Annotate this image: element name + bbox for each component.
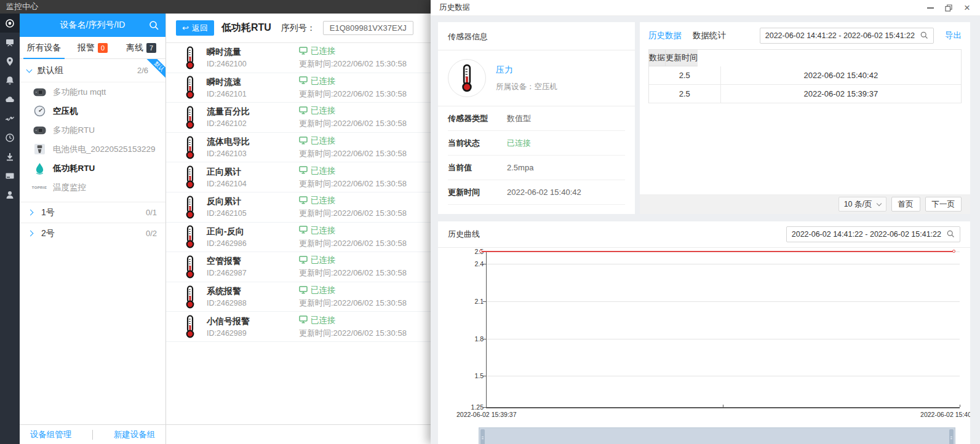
y-axis-line [486, 252, 487, 407]
history-tab[interactable]: 数据统计 [693, 30, 726, 41]
sensor-updated-time: 更新时间:2022/06/02 15:30:58 [299, 298, 407, 309]
device-name: 空压机 [53, 106, 78, 117]
connected-monitor-icon [299, 165, 308, 176]
page-size-select[interactable]: 10 条/页 [839, 197, 886, 212]
connected-monitor-icon [299, 196, 308, 206]
table-body: 2.5 2022-06-02 15:40:42 2.5 2022-06-02 1… [649, 66, 961, 103]
pagination-bar: 10 条/页 首页 下一页 [640, 194, 970, 214]
search-icon[interactable] [148, 20, 159, 31]
info-row: 传感器类型 数值型 [448, 106, 625, 131]
rail-item[interactable] [0, 52, 20, 71]
maximize-button[interactable] [944, 4, 953, 12]
sidebar-tab[interactable]: 离线 7 [117, 37, 165, 58]
sidebar-tab[interactable]: 报警 0 [68, 37, 117, 58]
tab-label: 所有设备 [27, 42, 62, 54]
sensor-row[interactable]: 小信号报警 ID:2462989 已连接 更新时间:2022/06/02 15:… [166, 312, 432, 342]
history-line-chart: 2.52.42.11.81.51.252022-06-02 15:39:3720… [438, 248, 970, 444]
device-item[interactable]: 多功能RTU [20, 121, 165, 140]
close-icon[interactable]: × [963, 4, 971, 12]
rail-item[interactable] [0, 147, 20, 166]
data-point-marker [479, 250, 482, 253]
device-item[interactable]: 多功能rtu mqtt [20, 82, 165, 101]
curve-date-range-picker[interactable]: 2022-06-02 14:41:22 - 2022-06-02 15:41:2… [786, 226, 960, 242]
first-page-button[interactable]: 首页 [891, 197, 920, 212]
sensor-row[interactable]: 流体电导比 ID:2462103 已连接 更新时间:2022/06/02 15:… [166, 133, 432, 163]
thermometer-icon [185, 165, 197, 189]
rail-item[interactable] [0, 185, 20, 204]
device-name: 电池供电_20220525153229 [53, 144, 156, 155]
history-tabs: 历史数据 数据统计 [648, 30, 726, 41]
sensor-row[interactable]: 反向累计 ID:2462105 已连接 更新时间:2022/06/02 15:3… [166, 192, 432, 223]
sensor-id: ID:2462102 [207, 119, 299, 128]
sensor-name-link[interactable]: 压力 [496, 65, 557, 76]
connected-monitor-icon [299, 315, 308, 325]
rail-item[interactable] [0, 166, 20, 185]
device-item[interactable]: 空压机 [20, 101, 165, 121]
export-button[interactable]: 导出 [945, 30, 962, 41]
subgroup-count: 0/2 [146, 229, 157, 238]
tab-label: 报警 [78, 42, 95, 54]
rail-item[interactable] [0, 90, 20, 109]
create-group-button[interactable]: 新建设备组 [114, 429, 156, 440]
rail-item[interactable] [0, 71, 20, 90]
device-item[interactable]: 低功耗RTU [20, 159, 165, 178]
chevron-right-icon [28, 210, 34, 216]
sensor-row[interactable]: 系统报警 ID:2462988 已连接 更新时间:2022/06/02 15:3… [166, 282, 432, 312]
history-tab[interactable]: 历史数据 [648, 30, 682, 41]
thermometer-icon [185, 106, 197, 129]
subgroup-label: 2号 [41, 228, 55, 239]
sensor-status: 已连接 [299, 165, 407, 176]
back-button[interactable]: ↩ 返回 [176, 20, 214, 36]
device-subgroup[interactable]: 1号 0/1 [20, 202, 165, 223]
x-label-end: 2022-06-02 15:40 [920, 411, 970, 418]
y-tick-label: 2.1 [458, 298, 484, 305]
search-icon[interactable] [920, 31, 928, 41]
device-subgroup[interactable]: 2号 0/2 [20, 223, 165, 244]
device-item[interactable]: TOPRIE 温度监控 [20, 178, 165, 197]
device-search-bar[interactable]: 设备名/序列号/ID [20, 14, 165, 37]
device-item[interactable]: 电池供电_20220525153229 [20, 140, 165, 159]
sensor-name: 流量百分比 [207, 106, 299, 117]
sensor-row[interactable]: 正向累计 ID:2462104 已连接 更新时间:2022/06/02 15:3… [166, 162, 432, 192]
rail-item[interactable] [0, 14, 20, 33]
thermometer-icon [185, 76, 197, 99]
y-tick-label: 1.25 [458, 403, 484, 411]
rail-item[interactable] [0, 128, 20, 147]
sensor-row[interactable]: 瞬时流速 ID:2462101 已连接 更新时间:2022/06/02 15:3… [166, 73, 432, 103]
thermometer-icon [185, 225, 197, 248]
x-tick [723, 405, 723, 407]
dialog-titlebar[interactable]: 历史数据 × [431, 0, 980, 16]
minimize-button[interactable] [926, 4, 934, 12]
sensor-row[interactable]: 流量百分比 ID:2462102 已连接 更新时间:2022/06/02 15:… [166, 103, 432, 133]
device-detail-panel: ↩ 返回 低功耗RTU 序列号： E1Q809981VX37EXJ 瞬时流量 I… [166, 14, 432, 444]
chart-range-slider[interactable] [479, 427, 955, 444]
sensor-name: 反向累计 [207, 196, 299, 207]
sensor-list: 瞬时流量 ID:2462100 已连接 更新时间:2022/06/02 15:3… [166, 43, 432, 342]
sidebar-tab[interactable]: 所有设备 [20, 37, 68, 58]
date-range-picker[interactable]: 2022-06-02 14:41:22 - 2022-06-02 15:41:2… [760, 28, 934, 44]
back-arrow-icon: ↩ [182, 23, 189, 33]
slider-handle[interactable] [480, 429, 485, 444]
sidebar-tabs: 所有设备 报警 0 离线 7 [20, 37, 165, 59]
grid-line [486, 376, 960, 376]
sensor-id: ID:2462988 [207, 299, 299, 307]
battery-device-icon [32, 144, 47, 154]
rail-item[interactable] [0, 33, 20, 52]
slider-handle[interactable] [949, 429, 954, 444]
sensor-updated-time: 更新时间:2022/06/02 15:30:58 [299, 178, 407, 189]
next-page-button[interactable]: 下一页 [925, 197, 962, 212]
sensor-row[interactable]: 空管报警 ID:2462987 已连接 更新时间:2022/06/02 15:3… [166, 252, 432, 282]
sensor-updated-time: 更新时间:2022/06/02 15:30:58 [299, 328, 407, 339]
rail-item[interactable] [0, 109, 20, 128]
sensor-row[interactable]: 瞬时流量 ID:2462100 已连接 更新时间:2022/06/02 15:3… [166, 43, 432, 73]
info-row: 当前值 2.5mpa [448, 156, 625, 180]
toprie-logo-icon: TOPRIE [32, 186, 47, 189]
connected-monitor-icon [299, 136, 308, 146]
search-icon[interactable] [946, 229, 955, 240]
sensor-row[interactable]: 正向-反向 ID:2462986 已连接 更新时间:2022/06/02 15:… [166, 223, 432, 253]
history-data-card: 历史数据 数据统计 2022-06-02 14:41:22 - 2022-06-… [640, 22, 970, 214]
device-title: 低功耗RTU [221, 22, 271, 34]
group-label: 默认组 [38, 65, 63, 76]
device-group-default[interactable]: 默认组 2/6 默认 [20, 59, 165, 82]
manage-groups-button[interactable]: 设备组管理 [30, 429, 72, 440]
